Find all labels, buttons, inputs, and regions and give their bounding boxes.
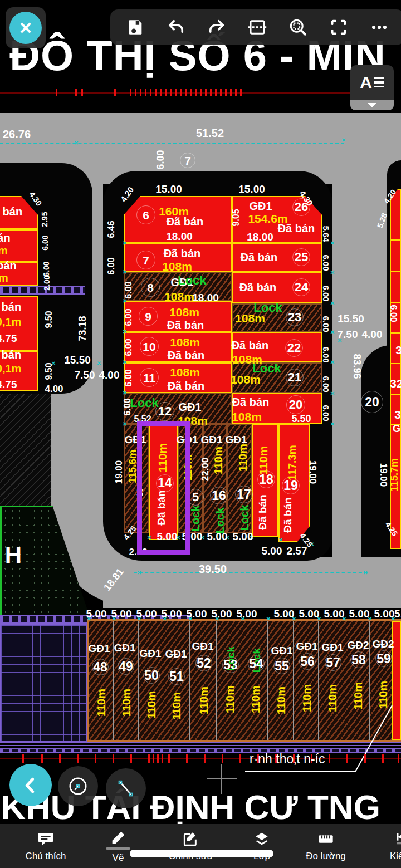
- cad-label: 6.00: [124, 339, 133, 356]
- panel-collapse-button[interactable]: [350, 100, 394, 110]
- cad-label: 6.00: [107, 257, 116, 274]
- survey-tick: [56, 89, 57, 96]
- cad-label: 19.00: [379, 463, 388, 487]
- survey-tick: [153, 754, 154, 763]
- dim-mark: ✕: [123, 360, 127, 365]
- survey-tick: [186, 754, 188, 763]
- cad-label: 110m: [237, 444, 248, 472]
- plot-divider: [318, 621, 319, 740]
- survey-tick: [59, 754, 61, 763]
- cad-label: 110m: [276, 686, 287, 714]
- cad-label: 108m: [164, 291, 194, 302]
- survey-tick: [204, 754, 206, 763]
- redo-icon[interactable]: [206, 16, 228, 38]
- close-button[interactable]: ✕: [6, 7, 46, 48]
- cad-label: 22: [287, 342, 301, 354]
- cad-label: m: [0, 245, 8, 256]
- red-line-top: [0, 92, 368, 94]
- cad-label: 110m: [121, 689, 132, 717]
- cad-label: 3: [394, 409, 401, 420]
- survey-tick: [215, 89, 217, 96]
- cad-label: 4.00: [99, 370, 120, 380]
- circle-tool-button[interactable]: [58, 766, 98, 806]
- cad-label: 55: [275, 660, 289, 673]
- text-style-button[interactable]: A: [350, 65, 394, 100]
- tab-edit[interactable]: Chỉnh sửa: [145, 824, 236, 868]
- cad-label: 4.00: [362, 329, 383, 340]
- plot-divider: [293, 621, 294, 740]
- cad-label: 50: [144, 669, 159, 682]
- survey-tick: [222, 754, 223, 763]
- back-button[interactable]: [9, 764, 52, 806]
- tab-draw[interactable]: Vẽ: [91, 824, 145, 868]
- active-tab-indicator: [106, 847, 130, 850]
- section-plane-icon[interactable]: [246, 16, 268, 38]
- tab-annotation[interactable]: Chú thích: [0, 824, 91, 868]
- cad-label: 6: [143, 209, 149, 221]
- cad-label: 5.00: [237, 609, 257, 619]
- tab-dim-style[interactable]: Kiểu n: [364, 824, 401, 868]
- cad-label: 40,1m: [0, 363, 21, 374]
- pencil-icon: [109, 829, 127, 847]
- cad-label: GĐ1: [88, 643, 110, 654]
- cad-line: [245, 771, 355, 772]
- dim-mark: ✕: [137, 570, 141, 576]
- cad-label: 5.00: [274, 609, 295, 619]
- selection-highlight-box[interactable]: [137, 421, 190, 555]
- survey-tick: [235, 89, 237, 96]
- cad-label: 110m: [327, 684, 338, 712]
- survey-tick: [180, 89, 182, 96]
- plot-divider: [390, 332, 401, 334]
- survey-tick: [114, 89, 116, 96]
- cad-label: 2.00: [43, 275, 51, 290]
- cad-label: 7: [184, 155, 191, 166]
- survey-tick: [225, 89, 227, 96]
- text-style-a-icon: A: [360, 73, 372, 92]
- edit-square-icon: [182, 830, 199, 848]
- survey-tick: [398, 754, 399, 763]
- cad-label: 110m: [250, 685, 261, 713]
- cad-label: 110m: [171, 692, 182, 720]
- tab-layers[interactable]: Lớp: [236, 824, 287, 868]
- cad-label: 2.95: [41, 212, 48, 227]
- survey-tick: [175, 89, 177, 96]
- plot-divider: [164, 621, 164, 740]
- cad-label: 5.00: [262, 546, 282, 556]
- cad-label: 110m: [378, 681, 389, 709]
- plot-divider: [369, 621, 370, 740]
- fit-screen-icon[interactable]: [327, 16, 350, 38]
- cad-label: Đã bán: [167, 216, 204, 227]
- line-tool-button[interactable]: [106, 768, 146, 808]
- cad-label: 19.00: [114, 460, 124, 484]
- cad-canvas[interactable]: ✕✕✕✕✕✕✕✕✕✕✕✕✕✕✕✕✕✕✕✕✕✕✕✕✕✕✕✕✕✕✕✕✕✕✕✕✕✕✕✕…: [0, 0, 401, 868]
- cad-label: 5.00: [86, 609, 107, 619]
- cad-label: 6.00: [322, 376, 330, 392]
- cad-label: 18.00: [166, 231, 193, 242]
- cad-label: 6.00: [322, 316, 330, 332]
- survey-tick: [162, 754, 163, 763]
- cad-label: Đã bán: [164, 248, 201, 259]
- tab-measure[interactable]: Đo lường: [287, 824, 364, 868]
- cad-label: 6.00: [322, 285, 330, 301]
- cad-label: Đã bán: [282, 497, 293, 532]
- dim-mark: ✕: [123, 241, 127, 246]
- cad-label: 115.7m: [389, 458, 399, 492]
- survey-tick: [346, 754, 348, 763]
- home-indicator[interactable]: [130, 850, 273, 857]
- cad-label: 49: [119, 660, 133, 673]
- plot-divider: [390, 363, 401, 364]
- save-icon[interactable]: [124, 16, 146, 38]
- undo-icon[interactable]: [165, 16, 187, 38]
- cad-label: 6.00: [124, 308, 133, 326]
- cad-label: GĐ1: [165, 649, 187, 659]
- plot-right-strip[interactable]: [390, 189, 401, 549]
- more-icon[interactable]: [368, 16, 390, 38]
- cad-label: Đã bán: [232, 340, 269, 351]
- plot-divider: [390, 394, 401, 395]
- cad-label: 5.00: [374, 609, 395, 619]
- cad-line: [0, 143, 344, 144]
- cad-label: 4.00: [45, 384, 63, 394]
- zoom-window-icon[interactable]: [287, 16, 309, 38]
- cad-label: m: [0, 272, 8, 283]
- dim-mark: ✕: [123, 421, 127, 427]
